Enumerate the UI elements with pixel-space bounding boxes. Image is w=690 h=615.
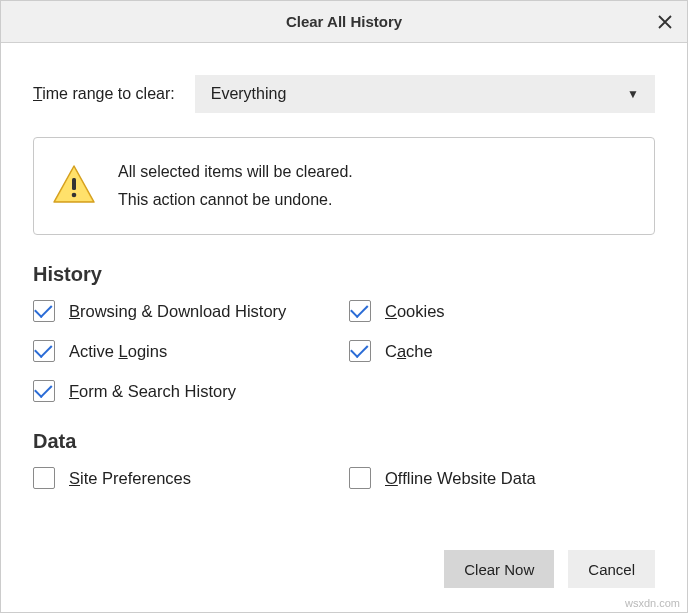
- data-section-header: Data: [33, 430, 655, 453]
- checkbox-label-cache: Cache: [385, 342, 433, 361]
- checkbox-siteprefs[interactable]: [33, 467, 55, 489]
- button-row: Clear Now Cancel: [33, 550, 655, 596]
- checkbox-row-offline: Offline Website Data: [349, 467, 655, 489]
- checkbox-cache[interactable]: [349, 340, 371, 362]
- checkbox-form[interactable]: [33, 380, 55, 402]
- warning-icon: [50, 162, 98, 210]
- warning-box: All selected items will be cleared. This…: [33, 137, 655, 235]
- clear-now-button[interactable]: Clear Now: [444, 550, 554, 588]
- time-range-row: Time range to clear: Everything ▼: [33, 75, 655, 113]
- time-range-label: Time range to clear:: [33, 85, 175, 103]
- history-section-header: History: [33, 263, 655, 286]
- time-range-dropdown[interactable]: Everything ▼: [195, 75, 655, 113]
- checkbox-label-logins: Active Logins: [69, 342, 167, 361]
- checkbox-label-offline: Offline Website Data: [385, 469, 536, 488]
- dialog-title: Clear All History: [286, 13, 402, 30]
- checkbox-cookies[interactable]: [349, 300, 371, 322]
- warning-text: All selected items will be cleared. This…: [118, 158, 353, 214]
- checkbox-row-form: Form & Search History: [33, 380, 339, 402]
- checkbox-label-cookies: Cookies: [385, 302, 445, 321]
- data-checkbox-grid: Site Preferences Offline Website Data: [33, 467, 655, 489]
- warning-line2: This action cannot be undone.: [118, 186, 353, 214]
- clear-history-dialog: Clear All History Time range to clear: E…: [0, 0, 688, 613]
- checkbox-logins[interactable]: [33, 340, 55, 362]
- watermark: wsxdn.com: [625, 597, 680, 609]
- checkbox-row-browsing: Browsing & Download History: [33, 300, 339, 322]
- checkbox-browsing[interactable]: [33, 300, 55, 322]
- checkbox-row-siteprefs: Site Preferences: [33, 467, 339, 489]
- svg-point-1: [72, 193, 77, 198]
- checkbox-label-browsing: Browsing & Download History: [69, 302, 286, 321]
- svg-rect-0: [72, 178, 76, 190]
- checkbox-row-cache: Cache: [349, 340, 655, 362]
- chevron-down-icon: ▼: [627, 87, 639, 101]
- checkbox-row-cookies: Cookies: [349, 300, 655, 322]
- checkbox-label-form: Form & Search History: [69, 382, 236, 401]
- checkbox-offline[interactable]: [349, 467, 371, 489]
- history-checkbox-grid: Browsing & Download History Cookies Acti…: [33, 300, 655, 402]
- titlebar: Clear All History: [1, 1, 687, 43]
- close-button[interactable]: [655, 12, 675, 32]
- close-icon: [658, 15, 672, 29]
- time-range-selected: Everything: [211, 85, 287, 103]
- dialog-content: Time range to clear: Everything ▼ All se…: [1, 43, 687, 612]
- checkbox-row-logins: Active Logins: [33, 340, 339, 362]
- warning-line1: All selected items will be cleared.: [118, 158, 353, 186]
- checkbox-label-siteprefs: Site Preferences: [69, 469, 191, 488]
- cancel-button[interactable]: Cancel: [568, 550, 655, 588]
